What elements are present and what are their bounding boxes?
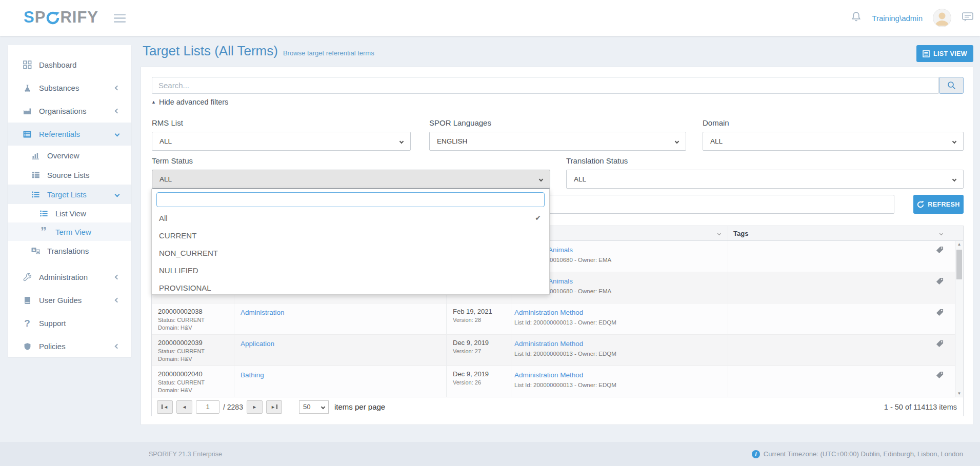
sidebar-item-substances[interactable]: Substances	[8, 76, 131, 99]
notifications-bell-icon[interactable]	[851, 11, 862, 25]
dropdown-option-provisional[interactable]: PROVISIONAL	[152, 279, 549, 296]
list-view-icon	[38, 210, 49, 217]
scroll-up-arrow-icon[interactable]: ▲	[955, 242, 963, 247]
dropdown-filter-input[interactable]	[156, 192, 545, 207]
tag-icon[interactable]	[936, 340, 944, 350]
term-link[interactable]: Application	[241, 340, 274, 348]
chevron-down-icon	[539, 177, 543, 181]
last-page-arrow-icon: ►	[271, 404, 275, 410]
chevron-down-icon	[115, 132, 120, 137]
chat-feedback-icon[interactable]	[962, 11, 974, 25]
next-page-arrow-icon: ►	[252, 404, 257, 410]
sidebar-item-label: Referentials	[39, 130, 80, 138]
sidebar-item-term-view[interactable]: ” Term View	[8, 222, 131, 241]
sidebar-item-administration[interactable]: Administration	[8, 266, 131, 289]
list-link[interactable]: Administration Method	[514, 340, 583, 348]
sidebar-item-user-guides[interactable]: User Guides	[8, 289, 131, 312]
shield-icon	[22, 342, 32, 351]
sidebar-toggle-hamburger-icon[interactable]	[114, 14, 126, 25]
first-page-button[interactable]: ◄	[157, 400, 173, 414]
toggle-label: Hide advanced filters	[159, 98, 228, 106]
spor-languages-label: SPOR Languages	[429, 118, 491, 127]
logo-letter-p: P	[35, 8, 46, 27]
term-link[interactable]: Bathing	[241, 371, 264, 379]
dropdown-option-all[interactable]: All ✔	[152, 209, 549, 227]
search-input[interactable]	[152, 77, 939, 94]
chevron-down-icon	[115, 192, 120, 197]
domain-select[interactable]: ALL	[703, 132, 964, 151]
previous-page-arrow-icon: ◄	[182, 404, 187, 410]
scroll-down-arrow-icon[interactable]: ▼	[955, 391, 963, 396]
sidebar-item-overview[interactable]: Overview	[8, 146, 131, 165]
list-link[interactable]: Administration Method	[514, 309, 583, 316]
term-status-label: Term Status	[152, 156, 193, 165]
tag-icon[interactable]	[936, 309, 944, 318]
table-row: 200000002038Status: CURRENTDomain: H&V A…	[152, 303, 963, 335]
term-status-dropdown-popup: All ✔ CURRENT NON_CURRENT NULLIFIED PROV…	[151, 189, 550, 295]
translation-status-select[interactable]: ALL	[566, 170, 964, 189]
refresh-button[interactable]: REFRESH	[913, 195, 964, 214]
spor-languages-select[interactable]: ENGLISH	[429, 132, 686, 151]
search-icon	[947, 81, 956, 90]
list-link[interactable]: Administration Method	[514, 371, 583, 379]
items-per-page-select[interactable]: 50	[299, 400, 329, 414]
tag-icon[interactable]	[936, 277, 944, 287]
logo-letters-rify: RIFY	[60, 8, 98, 27]
dashboard-grid-icon	[22, 60, 32, 69]
tag-icon[interactable]	[936, 371, 944, 381]
page-header: Target Lists (All Terms) Browse target r…	[143, 43, 374, 59]
sidebar-item-source-lists[interactable]: Source Lists	[8, 165, 131, 185]
info-icon: i	[752, 450, 760, 458]
sidebar-item-support[interactable]: ? Support	[8, 312, 131, 335]
previous-page-button[interactable]: ◄	[176, 400, 192, 414]
app-root: SPRIFY Training\admin Dashboard Substanc…	[0, 0, 980, 466]
table-row: 200000002039Status: CURRENTDomain: H&V A…	[152, 335, 963, 366]
sidebar-item-dashboard[interactable]: Dashboard	[8, 53, 131, 76]
sidebar-item-policies[interactable]: Policies	[8, 335, 131, 358]
page-number-input[interactable]	[196, 400, 219, 414]
sidebar-item-organisations[interactable]: Organisations	[8, 99, 131, 123]
sporify-logo[interactable]: SPRIFY	[24, 8, 98, 27]
dropdown-option-non-current[interactable]: NON_CURRENT	[152, 244, 549, 261]
sidebar-nav: Dashboard Substances Organisations Refer…	[8, 45, 131, 357]
dropdown-option-nullified[interactable]: NULLIFIED	[152, 261, 549, 279]
sidebar-item-label: Administration	[39, 273, 88, 281]
book-icon	[22, 296, 32, 305]
search-button[interactable]	[939, 77, 964, 94]
grid-vertical-scrollbar[interactable]: ▲ ▼	[955, 241, 963, 397]
scrollbar-thumb[interactable]	[956, 250, 962, 279]
logo-refresh-o-icon	[46, 11, 59, 25]
column-menu-chevron-icon[interactable]	[939, 231, 943, 235]
list-view-button[interactable]: LIST VIEW	[916, 45, 973, 62]
caret-up-icon: ▲	[151, 99, 156, 105]
list-view-button-label: LIST VIEW	[933, 50, 967, 57]
tag-icon[interactable]	[936, 246, 944, 256]
sidebar-item-target-lists[interactable]: Target Lists	[8, 185, 131, 204]
sidebar-item-label: Translations	[47, 247, 89, 255]
term-status-select[interactable]: ALL	[152, 170, 550, 189]
topbar-right-cluster: Training\admin	[851, 0, 974, 36]
current-user-label[interactable]: Training\admin	[872, 14, 923, 23]
rms-list-select[interactable]: ALL	[152, 132, 411, 151]
checkmark-icon: ✔	[535, 214, 541, 222]
sidebar-item-label: Organisations	[39, 107, 87, 115]
sidebar-item-list-view[interactable]: List View	[8, 204, 131, 222]
user-avatar[interactable]	[933, 9, 951, 27]
chevron-down-icon	[952, 139, 956, 143]
domain-value: ALL	[710, 137, 723, 145]
column-menu-chevron-icon[interactable]	[717, 231, 721, 235]
target-lists-icon	[30, 191, 41, 198]
sidebar-item-referentials[interactable]: Referentials	[8, 123, 131, 146]
page-title: Target Lists (All Terms)	[143, 43, 278, 59]
list-view-button-icon	[923, 50, 930, 57]
svg-text:A: A	[32, 248, 35, 252]
last-page-button[interactable]: ►	[266, 400, 282, 414]
chevron-down-icon	[952, 177, 956, 181]
next-page-button[interactable]: ►	[247, 400, 263, 414]
top-bar: SPRIFY Training\admin	[0, 0, 980, 36]
term-link[interactable]: Administration	[241, 309, 285, 316]
sidebar-item-translations[interactable]: A Translations	[8, 241, 131, 260]
sidebar-item-label: Policies	[39, 342, 66, 351]
hide-advanced-filters-toggle[interactable]: ▲ Hide advanced filters	[151, 98, 228, 106]
dropdown-option-current[interactable]: CURRENT	[152, 227, 549, 244]
